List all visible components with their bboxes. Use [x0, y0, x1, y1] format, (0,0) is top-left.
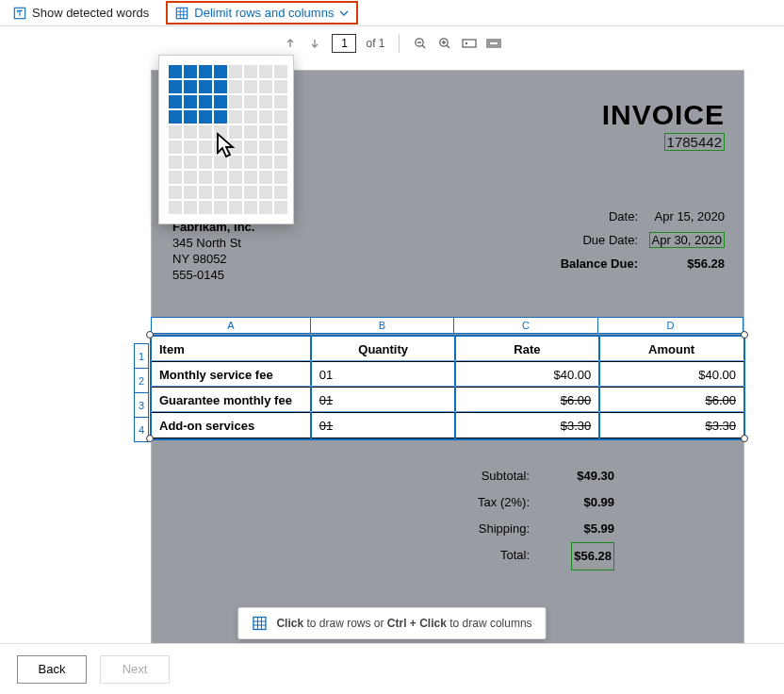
- grid-cell[interactable]: [214, 201, 227, 214]
- grid-cell[interactable]: [214, 140, 227, 154]
- grid-cell[interactable]: [199, 201, 212, 214]
- grid-cell[interactable]: [274, 171, 287, 184]
- grid-cell[interactable]: [259, 125, 272, 139]
- grid-cell[interactable]: [199, 156, 212, 169]
- page-number-input[interactable]: [332, 34, 356, 53]
- grid-cell[interactable]: [244, 140, 257, 154]
- grid-cell[interactable]: [199, 110, 212, 124]
- grid-cell[interactable]: [244, 95, 257, 108]
- grid-cell[interactable]: [214, 171, 227, 184]
- grid-cell[interactable]: [259, 171, 272, 184]
- grid-cell[interactable]: [214, 186, 227, 199]
- grid-cell[interactable]: [169, 156, 182, 169]
- selection-handle[interactable]: [741, 331, 748, 339]
- row-divider[interactable]: [151, 360, 744, 361]
- invoice-table[interactable]: Item Quantity Rate Amount Monthly servic…: [151, 336, 744, 438]
- grid-cell[interactable]: [244, 65, 257, 78]
- row-num-1[interactable]: 1: [134, 343, 149, 369]
- grid-cell[interactable]: [274, 80, 287, 93]
- grid-cell[interactable]: [229, 80, 242, 93]
- col-divider[interactable]: [310, 335, 312, 440]
- grid-cell[interactable]: [274, 110, 287, 124]
- zoom-in-button[interactable]: [437, 36, 452, 51]
- grid-cell[interactable]: [184, 140, 197, 154]
- grid-cell[interactable]: [169, 201, 182, 214]
- prev-page-button[interactable]: [283, 36, 298, 51]
- row-num-2[interactable]: 2: [134, 368, 149, 393]
- grid-cell[interactable]: [184, 125, 197, 139]
- next-page-button[interactable]: [307, 36, 322, 51]
- grid-cell[interactable]: [229, 95, 242, 108]
- selection-handle[interactable]: [741, 435, 748, 442]
- grid-cell[interactable]: [259, 95, 272, 108]
- grid-cell[interactable]: [244, 156, 257, 169]
- grid-cell[interactable]: [274, 65, 287, 78]
- grid-cell[interactable]: [244, 80, 257, 93]
- col-divider[interactable]: [598, 335, 600, 440]
- grid-cell[interactable]: [199, 171, 212, 184]
- grid-cell[interactable]: [214, 65, 227, 78]
- grid-cell[interactable]: [199, 80, 212, 93]
- grid-cell[interactable]: [229, 140, 242, 154]
- grid-cell[interactable]: [199, 95, 212, 108]
- grid-cell[interactable]: [274, 95, 287, 108]
- grid-cell[interactable]: [244, 171, 257, 184]
- grid-cell[interactable]: [229, 171, 242, 184]
- grid-cell[interactable]: [184, 65, 197, 78]
- grid-cell[interactable]: [214, 80, 227, 93]
- fit-page-button[interactable]: [486, 36, 501, 51]
- grid-cell[interactable]: [259, 110, 272, 124]
- col-letter-b[interactable]: B: [310, 317, 454, 334]
- grid-cell[interactable]: [229, 65, 242, 78]
- grid-cell[interactable]: [169, 140, 182, 154]
- grid-cell[interactable]: [169, 95, 182, 108]
- zoom-out-button[interactable]: [413, 36, 428, 51]
- grid-cell[interactable]: [169, 171, 182, 184]
- grid-cell[interactable]: [274, 186, 287, 199]
- grid-cell[interactable]: [184, 201, 197, 214]
- grid-cell[interactable]: [214, 125, 227, 139]
- col-letter-a[interactable]: A: [151, 317, 311, 334]
- grid-cell[interactable]: [229, 125, 242, 139]
- grid-cell[interactable]: [259, 140, 272, 154]
- col-letter-d[interactable]: D: [597, 317, 743, 334]
- grid-cell[interactable]: [229, 156, 242, 169]
- grid-cell[interactable]: [259, 186, 272, 199]
- grid-cell[interactable]: [244, 186, 257, 199]
- grid-cell[interactable]: [169, 110, 182, 124]
- fit-width-button[interactable]: [462, 36, 477, 51]
- row-divider[interactable]: [151, 411, 744, 412]
- grid-cell[interactable]: [199, 186, 212, 199]
- grid-cell[interactable]: [229, 186, 242, 199]
- grid-cell[interactable]: [169, 80, 182, 93]
- grid-cell[interactable]: [244, 110, 257, 124]
- grid-cell[interactable]: [169, 186, 182, 199]
- grid-cell[interactable]: [214, 156, 227, 169]
- back-button[interactable]: Back: [17, 655, 87, 684]
- grid-cell[interactable]: [274, 201, 287, 214]
- grid-cell[interactable]: [184, 95, 197, 108]
- grid-cell[interactable]: [274, 140, 287, 154]
- grid-cell[interactable]: [244, 201, 257, 214]
- selection-handle[interactable]: [146, 435, 154, 442]
- row-num-3[interactable]: 3: [134, 392, 149, 418]
- grid-cell[interactable]: [229, 201, 242, 214]
- col-letter-c[interactable]: C: [453, 317, 598, 334]
- show-detected-words-button[interactable]: Show detected words: [13, 6, 149, 20]
- grid-cell[interactable]: [169, 125, 182, 139]
- grid-cell[interactable]: [184, 156, 197, 169]
- grid-cell[interactable]: [259, 65, 272, 78]
- grid-cell[interactable]: [184, 80, 197, 93]
- grid-cell[interactable]: [184, 186, 197, 199]
- grid-cell[interactable]: [199, 125, 212, 139]
- grid-cell[interactable]: [199, 65, 212, 78]
- grid-cell[interactable]: [274, 156, 287, 169]
- grid-cell[interactable]: [259, 156, 272, 169]
- grid-cell[interactable]: [169, 65, 182, 78]
- grid-cell[interactable]: [259, 80, 272, 93]
- grid-cell[interactable]: [244, 125, 257, 139]
- grid-cell[interactable]: [184, 171, 197, 184]
- grid-size-popup[interactable]: [158, 55, 294, 224]
- grid-cell[interactable]: [214, 110, 227, 124]
- selection-handle[interactable]: [146, 331, 154, 339]
